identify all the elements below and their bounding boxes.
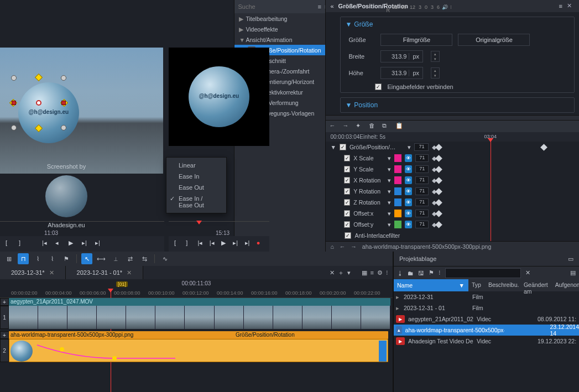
next-frame-icon[interactable]: ▸| <box>82 239 91 248</box>
next-frame-icon[interactable]: ▸| <box>233 239 240 248</box>
next-kf-icon[interactable]: → <box>342 122 351 131</box>
clip-video[interactable] <box>9 306 390 329</box>
keyframe-diamond-icon[interactable] <box>436 155 443 162</box>
link-icon[interactable]: ⌇ <box>32 253 43 264</box>
flag-icon[interactable]: ⚑ <box>429 269 434 276</box>
pointer-tool-icon[interactable]: ↖ <box>81 253 92 264</box>
timeline-marker[interactable]: [01] <box>116 281 128 287</box>
col-beschreibu.[interactable]: Beschreibu. <box>485 279 520 291</box>
playhead-icon[interactable] <box>196 221 202 224</box>
marker-icon[interactable]: ⚑ <box>61 253 72 264</box>
slide-tool-icon[interactable]: ⇆ <box>139 253 150 264</box>
kf-track-anti-interlacefilter[interactable]: ✓Anti-Interlacefilter <box>326 230 436 241</box>
goto-end-icon[interactable]: ▸| <box>245 239 252 248</box>
record-icon[interactable]: ● <box>257 239 264 248</box>
copy-icon[interactable]: ⧉ <box>382 122 391 131</box>
dropdown-icon[interactable]: ▾ <box>347 269 351 276</box>
save-icon[interactable]: 🖫 <box>418 270 424 276</box>
menu-icon[interactable]: ≡ <box>559 3 562 9</box>
timeline-ruler[interactable]: [01] 00:00:02:0000:00:04:0000:00:06:0000… <box>0 289 393 298</box>
clip-video-header[interactable]: aegypten_21Apr2011_0247.MOV <box>9 298 390 306</box>
keyframe-diamond-icon[interactable] <box>436 144 443 151</box>
more-icon[interactable]: ⁝ <box>386 269 388 276</box>
add-kf-icon[interactable]: ✦ <box>356 122 364 131</box>
project-search-input[interactable] <box>445 268 521 278</box>
ease-option-ease-out[interactable]: Ease Out <box>166 182 226 193</box>
anchor-point-icon[interactable] <box>36 100 41 106</box>
view-toggle-icon[interactable]: ▤ <box>570 269 576 276</box>
width-stepper[interactable]: ▴▾ <box>431 51 440 62</box>
project-item[interactable]: ▲aha-worldmap-transparent-500x500px-300p… <box>394 325 579 336</box>
folder-icon[interactable]: 🖿 <box>408 270 414 276</box>
keyframe-diamond-icon[interactable] <box>436 188 443 195</box>
col-aufgenomm.[interactable]: Aufgenomm. <box>552 279 579 291</box>
indent-left-icon[interactable]: ≡ <box>317 3 321 10</box>
kf-lane-row[interactable] <box>436 175 579 186</box>
goto-start-icon[interactable]: |◂ <box>42 239 51 248</box>
height-input[interactable]: 313.9px <box>380 67 423 79</box>
keyframe-diamond-icon[interactable] <box>436 199 443 206</box>
original-size-button[interactable]: Originalgröße <box>458 34 530 46</box>
play-icon[interactable]: ▶ <box>69 239 77 248</box>
kf-track-z-rotation[interactable]: ✓Z Rotation▾👁71◆ <box>326 197 436 208</box>
keyframe-diamond-icon[interactable] <box>436 221 443 228</box>
kf-track-y-scale[interactable]: ✓Y Scale▾👁71◆ <box>326 164 436 175</box>
position-section-header[interactable]: ▼Position <box>341 98 574 112</box>
track-header-2[interactable]: 2 <box>0 339 9 362</box>
link2-icon[interactable]: ⌇ <box>46 253 58 264</box>
keyframe-diamond-icon[interactable] <box>436 166 443 173</box>
collapse-icon[interactable]: « <box>330 3 333 9</box>
clip-image-header[interactable]: aha-worldmap-transparent-500x500px-300pp… <box>9 331 388 339</box>
mark-out-icon[interactable]: ] <box>186 239 193 248</box>
mark-out-icon[interactable]: ] <box>19 239 28 248</box>
track-add-2[interactable]: + <box>0 331 9 339</box>
kf-track-x-rotation[interactable]: ✓X Rotation▾👁71◆ <box>326 175 436 186</box>
range-tool-icon[interactable]: ⟷ <box>96 253 107 264</box>
kf-track-x-scale[interactable]: ✓X Scale▾👁71◆ <box>326 153 436 164</box>
plus-icon[interactable]: ＋ <box>338 269 344 277</box>
kf-lane-row[interactable] <box>436 153 579 164</box>
col-name[interactable]: Name▼ <box>394 279 468 291</box>
fwd-icon[interactable]: → <box>351 243 357 250</box>
kf-lane-row[interactable] <box>436 197 579 208</box>
meter-menu-icon[interactable]: ⁝ <box>450 4 452 10</box>
keyframe-diamond-icon[interactable] <box>436 177 443 184</box>
mark-in-icon[interactable]: [ <box>174 239 181 248</box>
kf-lane-row[interactable] <box>436 208 579 219</box>
kf-unit-select[interactable]: 5s <box>379 134 385 140</box>
curve-tool-icon[interactable]: ∿ <box>159 253 170 264</box>
keyframe-diamond-icon[interactable] <box>436 210 443 217</box>
project-item[interactable]: ▸2023-12-31 - 01Film <box>394 302 579 313</box>
back-icon[interactable]: ← <box>340 243 346 250</box>
play-icon[interactable]: ▶ <box>221 239 228 248</box>
speaker-icon[interactable]: 🔊 <box>442 4 448 10</box>
paste-icon[interactable]: 📋 <box>395 122 404 131</box>
goto-end-icon[interactable]: ▸| <box>95 239 104 248</box>
clip-image[interactable] <box>9 339 388 362</box>
slip-tool-icon[interactable]: ⇄ <box>124 253 135 264</box>
close-icon[interactable]: ✕ <box>567 2 575 10</box>
add-icon[interactable]: ✕ <box>330 269 335 276</box>
film-size-button[interactable]: Filmgröße <box>380 34 452 46</box>
delete-icon[interactable]: 🗑 <box>369 122 378 131</box>
effect-item-titelbearbeitung[interactable]: ▶Titelbearbeitung <box>234 13 325 24</box>
project-item[interactable]: ▸2023-12-31Film <box>394 291 579 302</box>
kf-track-gr-e-position-[interactable]: ▼✓Größe/Position/…▾71◆ <box>326 142 436 153</box>
program-monitor[interactable] <box>169 48 269 146</box>
col-geändert am[interactable]: Geändert am <box>520 279 552 291</box>
kf-lane-row[interactable] <box>436 142 579 153</box>
close-icon[interactable]: ✕ <box>127 269 132 276</box>
prev-frame-icon[interactable]: ◂ <box>55 239 64 248</box>
col-typ[interactable]: Typ <box>468 279 485 291</box>
track-header-1[interactable]: 1 <box>0 306 9 329</box>
transform-gizmo[interactable] <box>14 78 64 128</box>
maximize-icon[interactable]: ▭ <box>568 255 573 263</box>
mark-in-icon[interactable]: [ <box>6 239 14 248</box>
ease-option-ease-in[interactable]: Ease In <box>166 171 226 182</box>
close-icon[interactable]: ✕ <box>49 269 54 276</box>
prev-kf-icon[interactable]: ← <box>329 122 338 131</box>
effects-search-input[interactable] <box>238 3 314 10</box>
prev-frame-icon[interactable]: |◂ <box>210 239 217 248</box>
kf-lane-row[interactable] <box>436 186 579 197</box>
home-icon[interactable]: ⌂ <box>330 243 333 250</box>
